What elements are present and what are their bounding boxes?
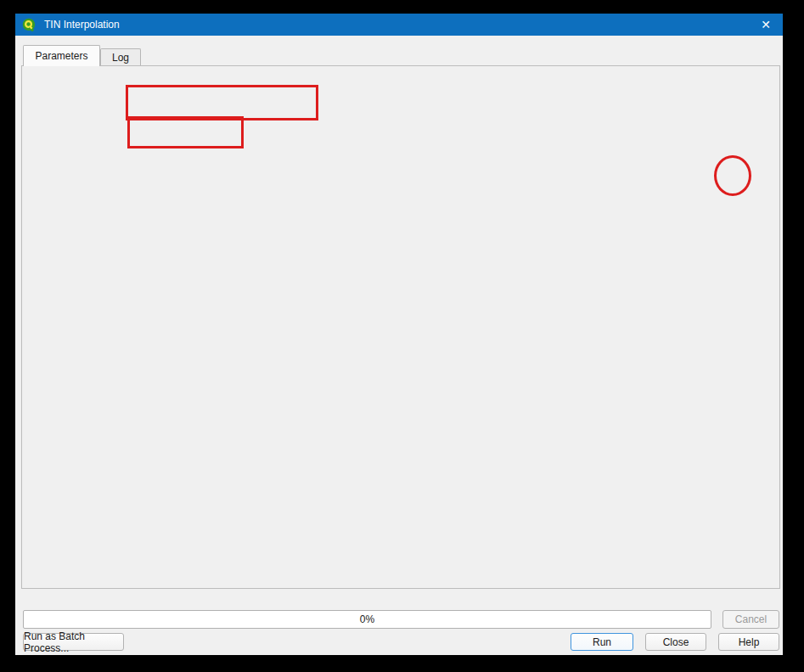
close-button[interactable]: Close xyxy=(645,633,706,651)
tab-log-label: Log xyxy=(112,52,129,64)
help-button[interactable]: Help xyxy=(718,633,779,651)
tin-interpolation-dialog: TIN Interpolation ✕ Parameters Log Input… xyxy=(15,14,783,655)
close-icon[interactable]: ✕ xyxy=(752,14,779,36)
window-title: TIN Interpolation xyxy=(44,19,120,31)
run-as-batch-button[interactable]: Run as Batch Process... xyxy=(23,633,124,651)
run-button[interactable]: Run xyxy=(571,633,633,651)
progress-value: 0% xyxy=(360,613,374,625)
qgis-logo-icon xyxy=(22,18,37,32)
cancel-button[interactable]: Cancel xyxy=(722,610,779,629)
parameters-panel xyxy=(21,65,780,589)
tab-parameters[interactable]: Parameters xyxy=(23,45,100,66)
tab-parameters-label: Parameters xyxy=(35,50,87,62)
progress-bar: 0% xyxy=(23,610,711,629)
title-bar[interactable]: TIN Interpolation ✕ xyxy=(15,14,783,36)
tab-log[interactable]: Log xyxy=(100,48,141,65)
